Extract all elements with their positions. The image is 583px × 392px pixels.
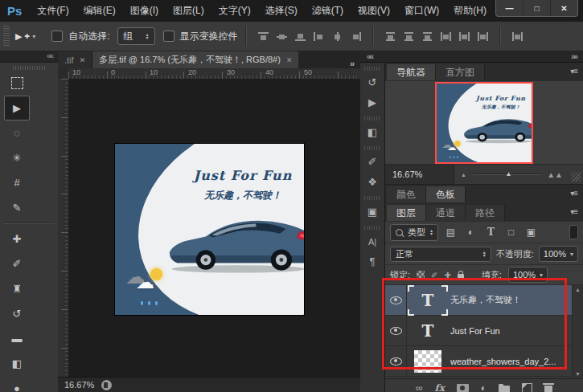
layer-name[interactable]: 无乐趣，不驾驶！ <box>450 294 521 306</box>
menu-layer[interactable]: 图层(L) <box>166 0 211 22</box>
add-layer-mask-icon[interactable] <box>457 384 469 392</box>
adjustment-layer-icon[interactable]: ◐ <box>481 383 487 392</box>
tool-presets-panel-icon[interactable]: ❖ <box>360 172 384 192</box>
strip-grip[interactable] <box>364 226 380 230</box>
maximize-button[interactable]: □ <box>523 0 551 16</box>
visibility-toggle[interactable] <box>385 285 407 315</box>
strip-grip[interactable] <box>364 196 380 200</box>
history-brush-tool[interactable]: ↺ <box>4 301 30 326</box>
tab-layers[interactable]: 图层 <box>387 205 426 221</box>
tab-paths[interactable]: 路径 <box>466 205 505 221</box>
menu-type[interactable]: 文字(Y) <box>211 0 258 22</box>
lock-all-icon[interactable] <box>458 274 464 279</box>
align-bottom-edges-icon[interactable] <box>294 31 306 42</box>
close-tab-icon[interactable]: ✕ <box>80 56 86 64</box>
layer-thumbnail[interactable] <box>414 350 441 373</box>
distribute-top-edges-icon[interactable] <box>384 31 396 42</box>
distribute-bottom-edges-icon[interactable] <box>421 31 433 42</box>
layer-thumbnail[interactable]: T <box>414 320 441 342</box>
tools-grip[interactable] <box>13 66 45 70</box>
align-top-edges-icon[interactable] <box>257 31 269 42</box>
tab-color[interactable]: 颜色 <box>387 186 426 202</box>
menu-image[interactable]: 图像(I) <box>123 0 166 22</box>
paint-bucket-tool[interactable]: ◧ <box>4 351 30 376</box>
tab-swatches[interactable]: 色板 <box>426 186 466 202</box>
magic-wand-tool[interactable]: ✳ <box>4 145 30 170</box>
close-tab-icon[interactable]: ✕ <box>286 56 293 64</box>
panel-menu-icon[interactable]: ▾≡ <box>570 67 577 76</box>
menu-select[interactable]: 选择(S) <box>258 0 305 22</box>
distribute-horizontal-centers-icon[interactable] <box>458 31 470 42</box>
auto-select-checkbox[interactable] <box>51 31 63 42</box>
collapse-panels-icon[interactable]: »» <box>571 52 577 61</box>
lock-transparent-pixels-icon[interactable] <box>417 271 425 279</box>
zoom-out-icon[interactable]: ▲ <box>454 172 473 178</box>
filter-adjustment-layers-icon[interactable]: ◐ <box>463 227 478 238</box>
filter-pixel-layers-icon[interactable]: ▤ <box>443 227 458 238</box>
fill-dropdown[interactable]: 100% ▾ <box>508 267 548 283</box>
brush-tool[interactable]: ✐ <box>4 251 30 276</box>
crop-tool[interactable]: # <box>4 170 30 195</box>
tab-channels[interactable]: 通道 <box>426 205 466 221</box>
visibility-toggle[interactable] <box>385 346 407 376</box>
menu-help[interactable]: 帮助(H) <box>446 0 494 22</box>
layer-name[interactable]: weather_showers_day_2... <box>450 357 556 366</box>
scroll-up-icon[interactable]: ▲ <box>575 287 581 292</box>
align-horizontal-centers-icon[interactable] <box>331 31 343 42</box>
layer-style-fx-icon[interactable]: fx <box>434 383 444 392</box>
brush-presets-panel-icon[interactable]: ✐ <box>360 152 384 172</box>
filter-shape-layers-icon[interactable]: □ <box>503 227 519 238</box>
current-tool-preset[interactable]: ▶ ✚ ▾ <box>15 31 35 42</box>
auto-select-target-dropdown[interactable]: 组 ▴▾ <box>117 27 155 45</box>
new-group-icon[interactable] <box>499 386 510 392</box>
actions-panel-icon[interactable]: ▶ <box>360 92 384 112</box>
opacity-dropdown[interactable]: 100% ▾ <box>539 246 578 262</box>
styles-panel-icon[interactable]: ◧ <box>360 122 384 142</box>
expand-panels-icon[interactable]: «« <box>367 52 372 61</box>
scroll-down-icon[interactable]: ▼ <box>575 371 581 377</box>
tab-navigator[interactable]: 导航器 <box>387 64 436 80</box>
minimize-button[interactable]: — <box>496 0 523 16</box>
document-canvas[interactable]: Just For Fun 无乐趣，不驾驶！ ☁ ☁ <box>115 144 304 315</box>
distribute-spacing-icon[interactable] <box>511 31 523 42</box>
show-transform-checkbox[interactable] <box>163 31 174 42</box>
panel-menu-icon[interactable]: ▾≡ <box>570 189 577 198</box>
lasso-tool[interactable]: ◌ <box>4 120 30 145</box>
layer-thumbnail[interactable]: T <box>414 289 441 312</box>
blur-tool[interactable]: ● <box>4 376 30 392</box>
options-grip[interactable] <box>3 26 10 47</box>
spot-healing-tool[interactable]: ✚ <box>4 227 30 251</box>
layer-name[interactable]: Just For Fun <box>450 326 500 336</box>
zoom-in-icon[interactable]: ▲▲ <box>540 170 569 179</box>
history-panel-icon[interactable]: ↺ <box>360 72 384 92</box>
lock-position-icon[interactable]: ✚ <box>444 271 450 280</box>
lock-image-pixels-icon[interactable]: ✐ <box>431 271 437 280</box>
tab-histogram[interactable]: 直方图 <box>436 64 485 80</box>
menu-view[interactable]: 视图(V) <box>351 0 397 22</box>
tab-overflow-icon[interactable]: » <box>343 59 360 68</box>
panel-resize-grip[interactable] <box>571 172 581 182</box>
layers-scrollbar[interactable]: ▲ ▼ <box>572 285 583 378</box>
align-left-edges-icon[interactable] <box>313 31 325 42</box>
paragraph-panel-icon[interactable]: ¶ <box>360 251 384 272</box>
visibility-toggle[interactable] <box>385 316 407 345</box>
tools-collapse-button[interactable]: «« <box>0 51 58 63</box>
eyedropper-tool[interactable]: ✎ <box>4 195 30 220</box>
background-document-tab[interactable]: .tif ✕ <box>58 51 92 68</box>
layer-filtering-toggle[interactable] <box>569 225 578 239</box>
rectangular-marquee-tool[interactable] <box>4 71 30 96</box>
menu-filter[interactable]: 滤镜(T) <box>305 0 351 22</box>
strip-grip[interactable] <box>364 146 380 150</box>
move-tool[interactable]: ▶ <box>4 96 30 120</box>
layer-row-text-zh[interactable]: T 无乐趣，不驾驶！ <box>385 285 583 316</box>
clone-stamp-tool[interactable]: ♜ <box>4 276 30 301</box>
zoom-slider[interactable]: ▲ <box>473 174 540 175</box>
align-vertical-centers-icon[interactable] <box>276 31 288 42</box>
navigator-zoom-value[interactable]: 16.67% <box>385 165 454 184</box>
filter-smart-objects-icon[interactable]: ▣ <box>523 227 539 238</box>
layer-filter-type-dropdown[interactable]: 类型 ▴▾ <box>390 224 438 241</box>
clone-source-panel-icon[interactable]: ▣ <box>360 202 384 222</box>
distribute-right-edges-icon[interactable] <box>477 31 489 42</box>
align-right-edges-icon[interactable] <box>350 31 362 42</box>
distribute-vertical-centers-icon[interactable] <box>403 31 415 42</box>
